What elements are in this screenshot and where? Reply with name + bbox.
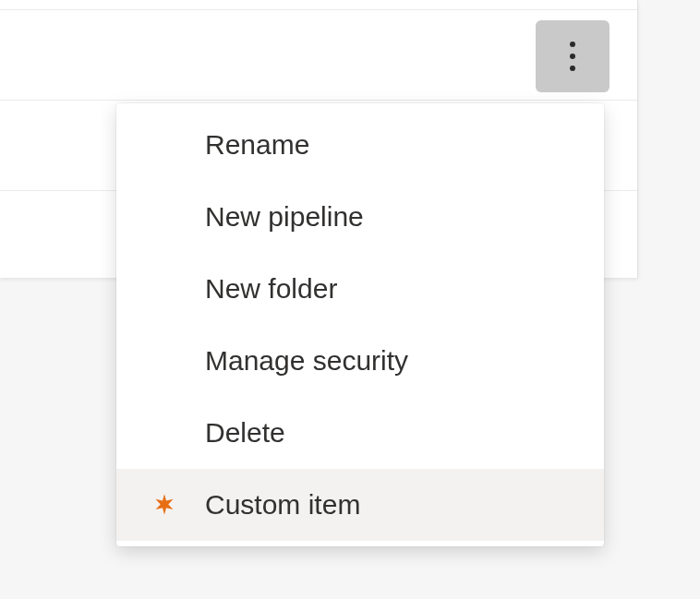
kebab-icon <box>570 42 575 71</box>
menu-item-new-folder[interactable]: New folder <box>116 253 604 325</box>
menu-item-manage-security[interactable]: Manage security <box>116 325 604 397</box>
menu-item-label: Rename <box>205 129 309 161</box>
more-options-button[interactable] <box>536 20 609 92</box>
row-separator <box>0 100 637 101</box>
menu-item-label: Manage security <box>205 345 408 377</box>
menu-item-label: New folder <box>205 273 337 305</box>
menu-item-delete[interactable]: Delete <box>116 397 604 469</box>
menu-item-label: Custom item <box>205 489 360 521</box>
asterisk-icon <box>148 488 181 521</box>
context-menu: RenameNew pipelineNew folderManage secur… <box>116 103 604 546</box>
menu-item-label: New pipeline <box>205 201 364 233</box>
menu-item-rename[interactable]: Rename <box>116 109 604 181</box>
menu-item-custom-item[interactable]: Custom item <box>116 469 604 541</box>
menu-item-label: Delete <box>205 417 285 449</box>
menu-item-new-pipeline[interactable]: New pipeline <box>116 181 604 253</box>
